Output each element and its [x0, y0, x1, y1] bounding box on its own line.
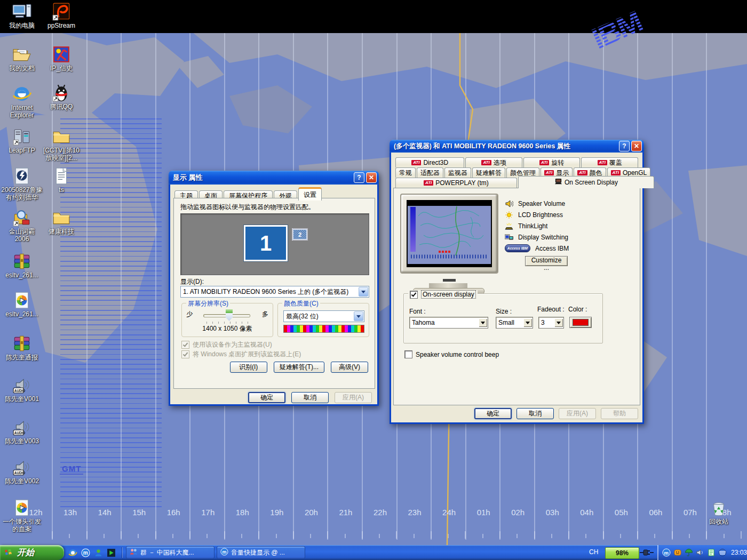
tab-常规[interactable]: 常规: [395, 167, 416, 178]
speaker-beep-checkbox[interactable]: Speaker volume control beep: [404, 350, 499, 358]
size-select[interactable]: Small: [496, 317, 533, 329]
help-action-button[interactable]: 帮助: [601, 408, 638, 419]
display-select-label: 显示(D):: [180, 277, 204, 286]
messenger-quick-icon[interactable]: [94, 548, 103, 557]
tab-适配器[interactable]: 适配器: [417, 167, 443, 178]
apply-button[interactable]: 应用(A): [335, 392, 372, 403]
desktop-icon-label: [CCTV][第10 放映室][2...: [37, 147, 86, 162]
monitors-icon: [505, 233, 513, 242]
desktop-icon-ppstream[interactable]: ppStream: [45, 2, 78, 29]
timezone-tick: [706, 531, 707, 539]
desktop-icon-folder[interactable]: [CCTV][第10 放映室][2...: [45, 127, 78, 162]
monitor-1[interactable]: 1: [244, 225, 288, 261]
desktop-icon-kingsoft[interactable]: 金山词霸 2006: [5, 208, 38, 243]
desktop-icon-rar[interactable]: esltv_261...: [5, 252, 38, 279]
antivirus-umbrella-icon[interactable]: [685, 548, 693, 557]
language-indicator[interactable]: CH: [589, 548, 598, 556]
close-button[interactable]: ✕: [631, 141, 642, 151]
help-button[interactable]: ?: [619, 141, 630, 151]
osd-item-monitors[interactable]: Display Switching: [505, 231, 569, 243]
media-player-quick-icon[interactable]: [107, 548, 116, 557]
color-depth-rainbow-bar: [283, 325, 364, 333]
chevron-down-icon[interactable]: [523, 318, 532, 327]
primary-monitor-checkbox[interactable]: 使用该设备作为主监视器(U): [181, 340, 272, 349]
desktop-icon-rar[interactable]: 陈先奎通报: [5, 334, 38, 361]
start-button[interactable]: 开始: [0, 545, 64, 560]
volume-tray-icon[interactable]: [696, 548, 704, 557]
osd-item-label: LCD Brightness: [518, 211, 563, 219]
color-swatch-button[interactable]: [569, 317, 592, 328]
desktop-icon-computer[interactable]: 我的电脑: [5, 2, 38, 29]
clock[interactable]: 23:03: [731, 549, 747, 556]
desktop-icon-wmp[interactable]: 一个馒头引发 的血案: [5, 498, 38, 533]
task-button[interactable]: m音量快捷显示 @ ...: [217, 546, 305, 559]
task-button[interactable]: 群 － 中国科大魔...: [126, 546, 214, 559]
firewall-globe-icon[interactable]: [718, 548, 727, 557]
ok-button[interactable]: 确定: [248, 392, 285, 403]
ie-quick-icon[interactable]: [68, 548, 77, 557]
display-adapter-select[interactable]: 1. ATI MOBILITY RADEON 9600 Series 上的 (多…: [180, 286, 369, 298]
maxthon-quick-icon[interactable]: m: [81, 548, 90, 557]
cancel-button[interactable]: 取消: [516, 408, 554, 419]
customize-button[interactable]: Customize ...: [525, 256, 568, 266]
font-select[interactable]: Tahoma: [409, 317, 488, 329]
tab-选项[interactable]: ATI选项: [465, 157, 522, 167]
color-quality-select[interactable]: 最高(32 位): [283, 310, 364, 322]
tab-旋转[interactable]: ATI旋转: [523, 157, 581, 167]
desktop-icon-audio[interactable]: AUDIO陈先奎V003: [5, 418, 38, 445]
maxthon-tray-icon[interactable]: m: [662, 548, 671, 557]
osd-item-label: ThinkLight: [518, 222, 547, 230]
folder-icon: [52, 127, 71, 146]
chevron-down-icon[interactable]: [554, 318, 563, 327]
chevron-down-icon[interactable]: [359, 287, 368, 297]
close-button[interactable]: ✕: [366, 172, 377, 183]
tab-监视器[interactable]: 监视器: [444, 167, 471, 178]
desktop-icon-ie[interactable]: Internet Explorer: [5, 84, 38, 119]
desktop-icon-realplayer[interactable]: 20050827鲁豫 有约刘德华: [5, 166, 38, 201]
desktop-icon-mydocs[interactable]: 我的文档: [5, 45, 38, 72]
desktop-icon-recycle[interactable]: 回收站: [702, 498, 735, 525]
ati-dialog-titlebar[interactable]: (多个监视器) 和 ATI MOBILITY RADEON 9600 Serie…: [390, 140, 644, 153]
ati-logo-icon: ATI: [539, 160, 549, 165]
desktop-icon-folder[interactable]: 健康科技: [45, 208, 78, 235]
monitor-arrangement-preview[interactable]: 1 2: [180, 213, 369, 275]
tab-Direct3D[interactable]: ATIDirect3D: [395, 157, 464, 167]
desktop-icon-audio[interactable]: AUDIO陈先奎V002: [5, 458, 38, 485]
resolution-slider-thumb[interactable]: [226, 309, 233, 321]
chevron-down-icon[interactable]: [479, 318, 487, 327]
qq-tray-icon[interactable]: [673, 548, 682, 557]
tab-疑难解答[interactable]: 疑难解答: [472, 167, 505, 178]
tab-POWERPLAY (tm)[interactable]: ATIPOWERPLAY (tm): [395, 178, 517, 188]
identify-button[interactable]: 识别(I): [230, 362, 267, 373]
desktop-icon-ipmsg[interactable]: IP_信史: [45, 45, 78, 72]
display-dialog-titlebar[interactable]: 显示 属性 ? ✕: [169, 171, 379, 185]
cancel-button[interactable]: 取消: [291, 392, 329, 403]
leapftp-icon: [12, 127, 31, 146]
tab-设置[interactable]: 设置: [298, 187, 322, 201]
troubleshoot-button[interactable]: 疑难解答(T)...: [274, 362, 324, 373]
osd-item-sun[interactable]: LCD Brightness: [505, 209, 569, 220]
osd-item-thinklight[interactable]: ThinkLight: [505, 220, 569, 231]
desktop-icon-leapftp[interactable]: LeapFTP: [5, 127, 38, 154]
ok-button[interactable]: 确定: [474, 408, 512, 419]
apply-button[interactable]: 应用(A): [559, 408, 596, 419]
notes-tray-icon[interactable]: [707, 548, 716, 557]
osd-enable-checkbox[interactable]: On-screen display: [408, 290, 478, 299]
desktop-icon-audio[interactable]: AUDIO陈先奎V001: [5, 375, 38, 403]
extend-desktop-checkbox[interactable]: 将 Windows 桌面扩展到该监视器上(E): [181, 350, 301, 359]
tab-覆盖[interactable]: ATI覆盖: [581, 157, 638, 167]
desktop-icon-wmp[interactable]: esltv_261...: [5, 291, 38, 318]
fadeout-select[interactable]: 3: [538, 317, 564, 329]
monitor-2[interactable]: 2: [292, 229, 307, 240]
osd-item-accessibm[interactable]: Access IBMAccess IBM: [505, 243, 569, 254]
timezone-tick: [465, 531, 466, 539]
tab-On Screen Display[interactable]: On Screen Display: [518, 176, 654, 188]
desktop-icon-qq[interactable]: 腾讯QQ: [45, 83, 78, 110]
osd-item-speaker[interactable]: Speaker Volume: [505, 198, 569, 209]
advanced-button[interactable]: 高级(V): [331, 362, 368, 373]
desktop-icon-textfile[interactable]: ts: [45, 166, 78, 194]
battery-indicator[interactable]: 98%: [605, 547, 639, 559]
crt-power-slot: [443, 279, 456, 282]
chevron-down-icon[interactable]: [354, 311, 363, 321]
help-button[interactable]: ?: [354, 172, 364, 183]
